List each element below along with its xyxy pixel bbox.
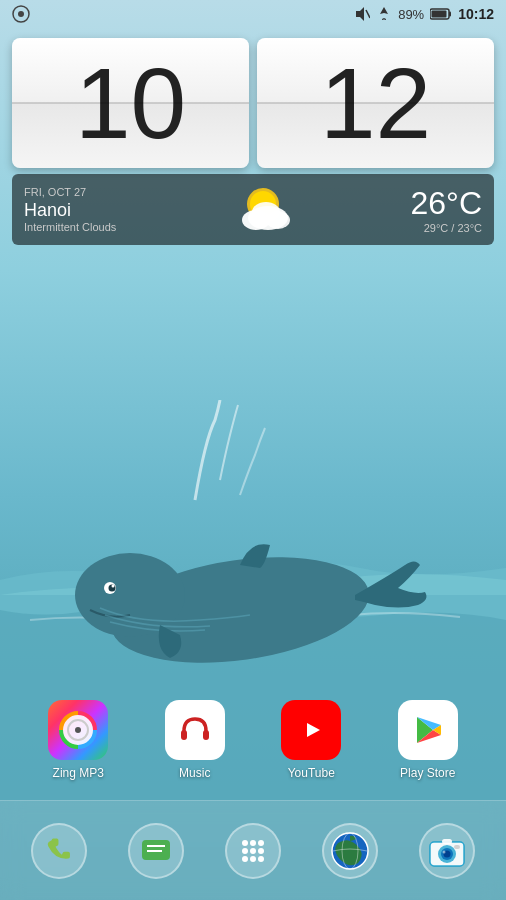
status-bar: 89% 10:12	[0, 0, 506, 28]
svg-point-41	[250, 856, 256, 862]
svg-rect-22	[181, 730, 187, 740]
app-icon-play-store[interactable]: Play Store	[398, 700, 458, 780]
clock-minute-card: 12	[257, 38, 494, 168]
svg-line-8	[366, 10, 370, 18]
status-left-icons	[12, 5, 30, 23]
svg-rect-10	[449, 12, 451, 17]
app-row: Zing MP3 Music YouTube	[0, 700, 506, 780]
dock	[0, 800, 506, 900]
svg-rect-11	[432, 11, 447, 18]
clock-hour-card: 10	[12, 38, 249, 168]
svg-point-5	[112, 585, 115, 588]
app-icon-music[interactable]: Music	[165, 700, 225, 780]
status-right-icons: 89% 10:12	[354, 6, 494, 22]
battery-icon	[430, 8, 452, 20]
svg-rect-52	[442, 839, 452, 844]
svg-point-51	[443, 850, 446, 853]
weather-right: 26°C 29°C / 23°C	[410, 185, 482, 234]
svg-point-20	[75, 727, 81, 733]
music-label: Music	[179, 766, 210, 780]
dock-browser[interactable]	[322, 823, 378, 879]
clock-hour: 10	[75, 53, 186, 153]
weather-temp-main: 26°C	[410, 185, 482, 222]
weather-left: FRI, OCT 27 Hanoi Intermittent Clouds	[24, 186, 116, 233]
status-time: 10:12	[458, 6, 494, 22]
weather-temp-range: 29°C / 23°C	[410, 222, 482, 234]
svg-point-36	[258, 840, 264, 846]
svg-point-34	[242, 840, 248, 846]
svg-point-35	[250, 840, 256, 846]
svg-point-40	[242, 856, 248, 862]
weather-city: Hanoi	[24, 200, 116, 221]
mute-icon	[354, 6, 370, 22]
zing-mp3-label: Zing MP3	[53, 766, 104, 780]
svg-point-17	[252, 202, 280, 222]
youtube-icon	[281, 700, 341, 760]
svg-point-37	[242, 848, 248, 854]
app-icon-youtube[interactable]: YouTube	[281, 700, 341, 780]
svg-point-21	[175, 710, 215, 750]
dock-apps[interactable]	[225, 823, 281, 879]
youtube-label: YouTube	[288, 766, 335, 780]
svg-point-38	[250, 848, 256, 854]
zing-mp3-icon	[48, 700, 108, 760]
play-store-label: Play Store	[400, 766, 455, 780]
svg-rect-23	[203, 730, 209, 740]
svg-point-39	[258, 848, 264, 854]
svg-point-42	[258, 856, 264, 862]
svg-point-7	[18, 11, 24, 17]
app-icon-zing-mp3[interactable]: Zing MP3	[48, 700, 108, 780]
weather-date: FRI, OCT 27	[24, 186, 116, 198]
dock-messages[interactable]	[128, 823, 184, 879]
svg-point-2	[75, 553, 185, 637]
music-icon	[165, 700, 225, 760]
clock-display: 10 12	[12, 38, 494, 168]
weather-condition: Intermittent Clouds	[24, 221, 116, 233]
dock-phone[interactable]	[31, 823, 87, 879]
airplane-icon	[376, 6, 392, 22]
weather-widget[interactable]: FRI, OCT 27 Hanoi Intermittent Clouds 26…	[12, 174, 494, 245]
battery-percentage: 89%	[398, 7, 424, 22]
htc-icon	[12, 5, 30, 23]
weather-icon	[228, 182, 298, 237]
dock-camera[interactable]	[419, 823, 475, 879]
svg-rect-53	[454, 845, 460, 849]
playstore-icon	[398, 700, 458, 760]
clock-minute: 12	[320, 53, 431, 153]
clock-widget[interactable]: 10 12 FRI, OCT 27 Hanoi Intermittent Clo…	[12, 38, 494, 245]
